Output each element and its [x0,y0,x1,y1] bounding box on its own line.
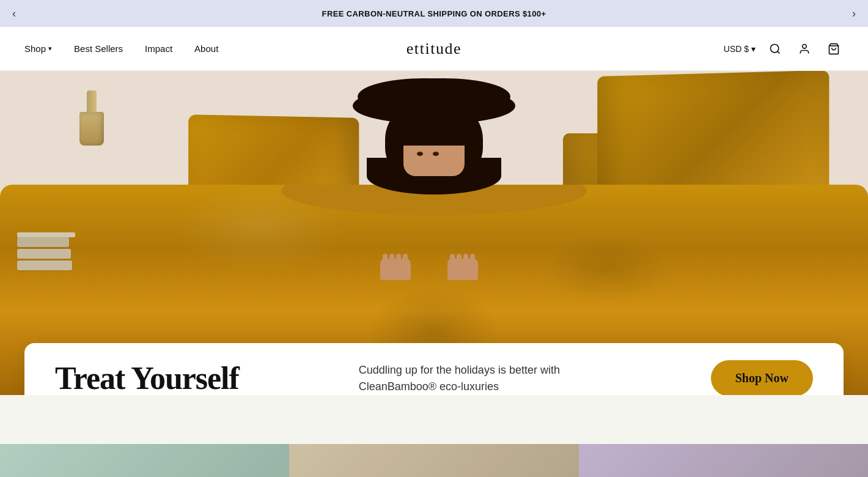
chevron-right-icon: › [852,7,856,20]
towel-3 [17,261,72,270]
currency-label: USD $ [724,44,749,54]
promo-card: Treat Yourself Cuddling up for the holid… [24,343,844,395]
nav-item-shop[interactable]: Shop ▾ [24,43,52,54]
nav-impact-label: Impact [145,43,172,54]
promo-description: Cuddling up for the holidays is better w… [359,362,591,395]
nav-item-best-sellers[interactable]: Best Sellers [74,43,123,54]
svg-point-0 [771,44,779,52]
chevron-left-icon: ‹ [12,7,16,20]
cart-button[interactable] [824,39,844,59]
announcement-prev-button[interactable]: ‹ [0,2,28,25]
cart-icon [828,43,840,55]
person-hair [385,97,483,182]
towel-1 [17,237,69,247]
thumbnails-strip [0,444,868,477]
nav-right: USD $ ▾ [724,39,844,59]
search-button[interactable] [765,39,785,59]
currency-selector[interactable]: USD $ ▾ [724,44,756,54]
svg-point-2 [803,44,807,48]
shop-now-button[interactable]: Shop Now [711,360,813,395]
site-logo[interactable]: ettitude [406,40,462,58]
search-icon [769,43,781,55]
nav-left: Shop ▾ Best Sellers Impact About [24,43,218,54]
nav-item-impact[interactable]: Impact [145,43,172,54]
announcement-next-button[interactable]: › [840,2,868,25]
towel-stand [17,232,75,237]
chevron-down-icon: ▾ [48,45,52,53]
account-button[interactable] [795,39,814,59]
header: Shop ▾ Best Sellers Impact About ettitud… [0,27,868,71]
folded-towels [17,232,75,272]
chevron-down-icon: ▾ [751,44,756,54]
nav-bestsellers-label: Best Sellers [74,43,123,54]
hand-left [380,259,411,280]
account-icon [798,43,811,55]
person-face [403,146,465,176]
thumbnail-3[interactable] [579,444,868,477]
thumbnail-1[interactable] [0,444,289,477]
thumbnail-2[interactable] [289,444,578,477]
person-hands [380,259,478,280]
hand-right [447,259,478,280]
wall-lamp [87,91,97,127]
nav-about-label: About [194,43,218,54]
lamp-shade [79,112,104,146]
announcement-bar: ‹ FREE CARBON-NEUTRAL SHIPPING ON ORDERS… [0,0,868,27]
nav-item-about[interactable]: About [194,43,218,54]
nav-shop-label: Shop [24,43,46,54]
towel-2 [17,249,71,259]
svg-line-1 [778,51,780,53]
person-peeking [385,97,483,182]
hero-section: Treat Yourself Cuddling up for the holid… [0,71,868,395]
announcement-text: FREE CARBON-NEUTRAL SHIPPING ON ORDERS $… [322,9,546,18]
promo-title: Treat Yourself [55,360,239,395]
